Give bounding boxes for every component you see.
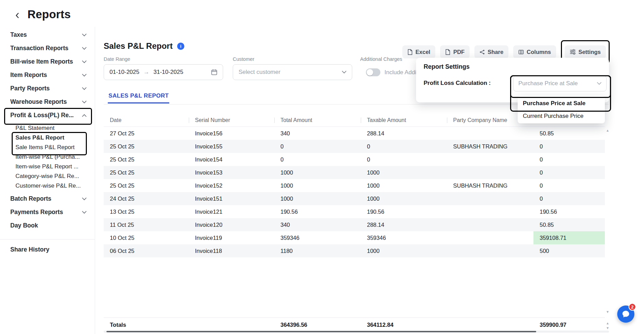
info-icon[interactable]: i: [177, 43, 184, 50]
option-purchase-price-at-sale[interactable]: Purchase Price at Sale: [518, 97, 605, 110]
cell-taxable: 1000: [361, 182, 447, 189]
customer-placeholder: Select customer: [239, 69, 280, 76]
cell-total: 359346: [274, 235, 361, 241]
share-button[interactable]: Share: [474, 45, 508, 58]
cell-total: 190.56: [274, 209, 361, 215]
cell-total: 340: [274, 130, 361, 137]
sidebar-subitem-itemwise-pl-purchase[interactable]: Item-wise P&L (Purcha...: [0, 152, 95, 162]
popup-title: Report Settings: [424, 63, 470, 70]
chevron-down-icon: [342, 71, 346, 74]
sidebar-subitem-customerwise-pl[interactable]: Customer-wise P&L Re...: [0, 181, 95, 191]
cell-serial: Invoice154: [189, 156, 274, 163]
chevron-down-icon: [82, 47, 87, 50]
pdf-button[interactable]: PDF: [440, 45, 470, 58]
cell-serial: Invoice155: [189, 143, 274, 150]
table-row[interactable]: 11 Oct 25 Invoice120 340 288.14 50.85: [104, 218, 605, 231]
sidebar-item-taxes[interactable]: Taxes: [0, 28, 95, 42]
include-additional-charges-toggle[interactable]: [366, 68, 380, 76]
table-row[interactable]: 25 Oct 25 Invoice155 0 0 SUBHASH TRADING…: [104, 140, 605, 153]
settings-button[interactable]: Settings: [565, 45, 606, 58]
sidebar-item-warehouse-reports[interactable]: Warehouse Reports: [0, 95, 95, 109]
subitem-label: Sale Items P&L Report: [15, 144, 74, 151]
table-row[interactable]: 27 Oct 25 Invoice156 340 288.14 50.85: [104, 127, 605, 140]
sidebar-subitem-sale-items-pl-report[interactable]: Sale Items P&L Report: [0, 143, 95, 152]
excel-file-icon: [407, 49, 413, 55]
cell-taxable: 190.56: [361, 209, 447, 215]
chevron-down-icon: [82, 211, 87, 214]
header-serial-number[interactable]: Serial Number: [189, 117, 274, 123]
share-button-label: Share: [487, 49, 503, 55]
cell-serial: Invoice152: [189, 182, 274, 189]
cell-profit: 0: [533, 182, 605, 189]
chevron-down-icon: [82, 60, 87, 63]
select-value: Purchase Price at Sale: [518, 80, 578, 87]
sidebar-item-share-history[interactable]: Share History: [0, 243, 95, 256]
excel-button[interactable]: Excel: [402, 45, 435, 58]
table-row[interactable]: 13 Oct 25 Invoice121 190.56 190.56 190.5…: [104, 205, 605, 218]
chat-launcher-button[interactable]: 2: [617, 305, 634, 323]
chevron-down-icon: [82, 74, 87, 77]
pdf-button-label: PDF: [453, 49, 464, 55]
sidebar-item-label: Warehouse Reports: [10, 98, 67, 105]
table-row[interactable]: 25 Oct 25 Invoice152 1000 1000 SUBHASH T…: [104, 179, 605, 192]
scroll-up-arrow[interactable]: ▲: [606, 322, 609, 325]
cell-profit: 0: [533, 156, 605, 163]
chevron-down-icon: [597, 82, 601, 85]
cell-date: 25 Oct 25: [104, 169, 189, 176]
cell-total: 1000: [274, 196, 361, 202]
sidebar-item-transaction-reports[interactable]: Transaction Reports: [0, 42, 95, 55]
columns-button[interactable]: Columns: [513, 45, 556, 58]
subitem-label: Customer-wise P&L Re...: [15, 182, 81, 189]
table-row[interactable]: 24 Oct 25 Invoice151 1000 1000 0: [104, 192, 605, 205]
profit-loss-calculation-select[interactable]: Purchase Price at Sale: [513, 76, 607, 91]
sidebar-subitem-categorywise-pl[interactable]: Category-wise P&L Re...: [0, 171, 95, 181]
cell-date: 25 Oct 25: [104, 182, 189, 189]
sidebar-subitem-itemwise-pl-report[interactable]: Item-wise P&L Report ...: [0, 162, 95, 171]
header-taxable-amount[interactable]: Taxable Amount: [361, 117, 447, 123]
scroll-down-arrow[interactable]: ▼: [606, 310, 609, 314]
cell-serial: Invoice118: [189, 248, 274, 254]
sidebar-item-label: Party Reports: [10, 85, 50, 92]
table-row[interactable]: 25 Oct 25 Invoice154 0 0 0: [104, 153, 605, 166]
report-title: Sales P&L Report: [104, 41, 173, 51]
tab-sales-pl-report[interactable]: SALES P&L REPORT: [108, 91, 169, 103]
header-date[interactable]: Date: [104, 117, 189, 123]
sidebar-item-batch-reports[interactable]: Batch Reports: [0, 192, 95, 205]
cell-profit: 190.56: [533, 209, 605, 215]
cell-party: SUBHASH TRADING: [447, 143, 533, 150]
horizontal-scrollbar[interactable]: [104, 331, 609, 333]
table-row[interactable]: 25 Oct 25 Invoice153 1000 1000 0: [104, 166, 605, 179]
sales-pl-table: Date Serial Number Total Amount Taxable …: [104, 114, 605, 257]
subitem-label: P&L Statement: [15, 125, 55, 132]
horizontal-scrollbar-thumb[interactable]: [106, 331, 536, 332]
table-row[interactable]: 06 Oct 25 Invoice118 1180 1000 500: [104, 244, 605, 257]
sidebar-item-party-reports[interactable]: Party Reports: [0, 82, 95, 95]
option-current-purchase-price[interactable]: Current Purchase Price: [518, 110, 605, 122]
sidebar-subitem-sales-pl-report[interactable]: Sales P&L Report: [0, 133, 95, 143]
share-icon: [480, 49, 485, 55]
customer-select[interactable]: Select customer: [233, 64, 352, 80]
table-row[interactable]: 10 Oct 25 Invoice119 359346 359346 35910…: [104, 231, 605, 244]
columns-icon: [518, 49, 524, 55]
date-from-value: 01-10-2025: [110, 69, 139, 76]
sidebar-item-payments-reports[interactable]: Payments Reports: [0, 205, 95, 219]
sidebar-item-billwise-item-reports[interactable]: Bill-wise Item Reports: [0, 55, 95, 68]
calculation-options-dropdown: Purchase Price at Sale Current Purchase …: [518, 96, 605, 123]
scroll-down-arrow[interactable]: ▼: [606, 326, 609, 330]
customer-label: Customer: [233, 56, 254, 62]
cell-serial: Invoice121: [189, 209, 274, 215]
cell-date: 27 Oct 25: [104, 130, 189, 137]
back-button[interactable]: [11, 9, 24, 22]
sidebar-subitem-pl-statement[interactable]: P&L Statement: [0, 123, 95, 133]
date-range-input[interactable]: 01-10-2025 → 31-10-2025: [104, 64, 223, 80]
header-total-amount[interactable]: Total Amount: [274, 117, 361, 123]
cell-date: 25 Oct 25: [104, 143, 189, 150]
scroll-up-arrow[interactable]: ▲: [606, 129, 609, 132]
sidebar-item-day-book[interactable]: Day Book: [0, 219, 95, 232]
sidebar-item-profit-loss-reports[interactable]: Profit & Loss(PL) Re...: [0, 109, 95, 122]
sidebar-item-item-reports[interactable]: Item Reports: [0, 68, 95, 82]
sidebar-item-label: Share History: [10, 246, 49, 253]
excel-button-label: Excel: [415, 49, 430, 55]
profit-loss-submenu: P&L Statement Sales P&L Report Sale Item…: [0, 123, 95, 191]
cell-taxable: 288.14: [361, 222, 447, 228]
